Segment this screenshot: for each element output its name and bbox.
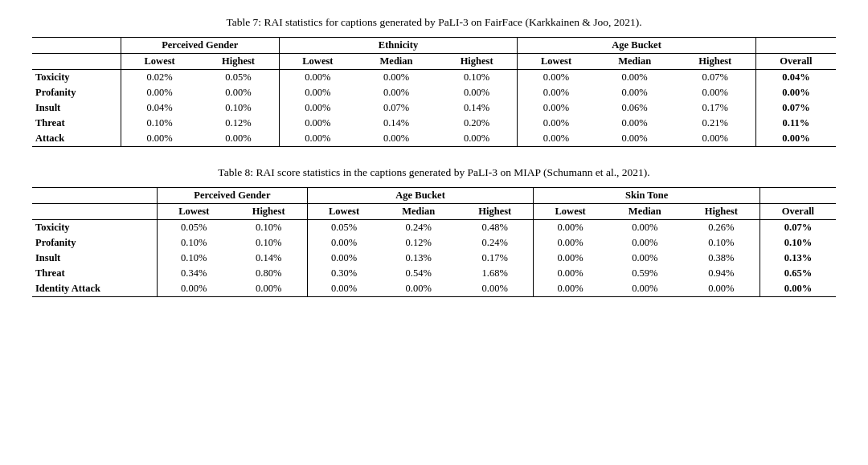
data-cell: 0.05% [198,70,279,86]
data-cell: 0.00% [198,85,279,100]
table-row: Profanity0.10%0.10%0.00%0.12%0.24%0.00%0… [32,235,836,251]
data-cell: 0.94% [683,266,760,281]
data-cell: 0.12% [198,116,279,131]
table-row: Threat0.10%0.12%0.00%0.14%0.20%0.00%0.00… [32,116,836,131]
data-cell: 0.10% [157,235,230,251]
data-cell: 0.00% [279,85,356,100]
data-cell: 0.00% [279,70,356,86]
table-row: Toxicity0.05%0.10%0.05%0.24%0.48%0.00%0.… [32,220,836,236]
data-cell: 0.10% [760,235,836,251]
data-cell: 0.10% [121,116,198,131]
data-cell: 0.54% [380,266,457,281]
data-cell: 0.00% [534,251,607,266]
data-cell: 0.17% [457,251,534,266]
data-cell: 0.34% [157,266,230,281]
table8-sub-overall: Overall [760,204,836,220]
table-row: Identity Attack0.00%0.00%0.00%0.00%0.00%… [32,281,836,297]
table8-caption: Table 8: RAI score statistics in the cap… [32,166,836,179]
row-label-cell: Insult [32,251,157,266]
table8: Perceived Gender Age Bucket Skin Tone Lo… [32,187,836,297]
table7-group-header-row: Perceived Gender Ethnicity Age Bucket [32,38,836,54]
data-cell: 0.65% [760,266,836,281]
data-cell: 0.00% [760,281,836,297]
data-cell: 0.00% [534,235,607,251]
data-cell: 0.38% [683,251,760,266]
data-cell: 0.07% [675,70,756,86]
table8-sub-skin-highest: Highest [683,204,760,220]
table8-sub-age-highest: Highest [457,204,534,220]
data-cell: 0.00% [534,220,607,236]
data-cell: 0.00% [675,85,756,100]
empty-subheader [32,54,121,70]
table8-group-header-row: Perceived Gender Age Bucket Skin Tone [32,188,836,204]
data-cell: 0.80% [231,266,308,281]
data-cell: 0.10% [231,235,308,251]
data-cell: 0.00% [607,251,683,266]
data-cell: 0.00% [534,266,607,281]
data-cell: 0.00% [595,131,675,147]
data-cell: 0.30% [307,266,380,281]
table8-sub-pg-highest: Highest [231,204,308,220]
table8-group-perceived-gender: Perceived Gender [157,188,307,204]
data-cell: 0.10% [231,220,308,236]
data-cell: 0.04% [121,100,198,116]
data-cell: 0.10% [683,235,760,251]
data-cell: 0.00% [518,100,595,116]
data-cell: 0.00% [307,235,380,251]
data-cell: 0.00% [755,131,836,147]
data-cell: 0.00% [307,281,380,297]
table8-group-age-bucket: Age Bucket [307,188,534,204]
table7-sub-pg-highest: Highest [198,54,279,70]
data-cell: 0.06% [595,100,675,116]
table7-sub-age-highest: Highest [675,54,756,70]
data-cell: 0.11% [755,116,836,131]
data-cell: 0.00% [683,281,760,297]
data-cell: 0.00% [518,70,595,86]
table7-sub-pg-lowest: Lowest [121,54,198,70]
data-cell: 1.68% [457,266,534,281]
data-cell: 0.00% [307,251,380,266]
data-cell: 0.05% [307,220,380,236]
data-cell: 0.00% [607,220,683,236]
table8-wrapper: Table 8: RAI score statistics in the cap… [32,166,836,297]
data-cell: 0.24% [380,220,457,236]
data-cell: 0.04% [755,70,836,86]
data-cell: 0.00% [231,281,308,297]
table7-subheader-row: Lowest Highest Lowest Median Highest Low… [32,54,836,70]
data-cell: 0.00% [279,131,356,147]
table7: Perceived Gender Ethnicity Age Bucket Lo… [32,37,836,147]
empty-header [32,188,157,204]
table8-sub-pg-lowest: Lowest [157,204,230,220]
table8-sub-skin-lowest: Lowest [534,204,607,220]
row-label-cell: Profanity [32,235,157,251]
data-cell: 0.00% [356,70,436,86]
table7-sub-age-median: Median [595,54,675,70]
data-cell: 0.00% [279,100,356,116]
table-row: Threat0.34%0.80%0.30%0.54%1.68%0.00%0.59… [32,266,836,281]
table-row: Profanity0.00%0.00%0.00%0.00%0.00%0.00%0… [32,85,836,100]
table7-overall-header [755,38,836,54]
data-cell: 0.00% [198,131,279,147]
table7-caption: Table 7: RAI statistics for captions gen… [32,16,836,29]
data-cell: 0.00% [607,281,683,297]
row-label-cell: Identity Attack [32,281,157,297]
table7-group-perceived-gender: Perceived Gender [121,38,279,54]
data-cell: 0.00% [755,85,836,100]
data-cell: 0.14% [356,116,436,131]
table7-sub-overall: Overall [755,54,836,70]
data-cell: 0.00% [356,131,436,147]
row-label-cell: Toxicity [32,70,121,86]
data-cell: 0.00% [436,131,518,147]
data-cell: 0.00% [534,281,607,297]
table-row: Insult0.10%0.14%0.00%0.13%0.17%0.00%0.00… [32,251,836,266]
table7-sub-eth-lowest: Lowest [279,54,356,70]
data-cell: 0.07% [755,100,836,116]
data-cell: 0.00% [279,116,356,131]
empty-header [32,38,121,54]
row-label-cell: Threat [32,266,157,281]
data-cell: 0.21% [675,116,756,131]
table8-sub-age-median: Median [380,204,457,220]
data-cell: 0.14% [231,251,308,266]
row-label-cell: Threat [32,116,121,131]
table7-group-ethnicity: Ethnicity [279,38,518,54]
